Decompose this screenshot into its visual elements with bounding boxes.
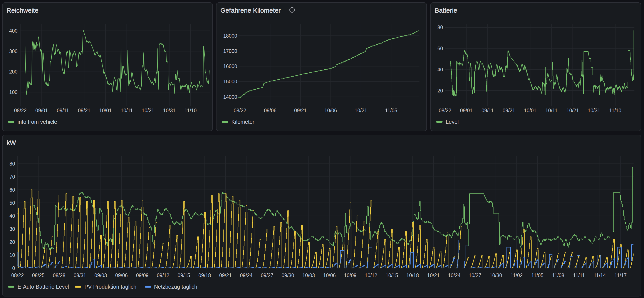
svg-text:11/08: 11/08 xyxy=(552,272,564,278)
svg-text:11/17: 11/17 xyxy=(614,272,626,278)
svg-text:10: 10 xyxy=(9,252,15,258)
svg-text:Gefahrene Kilometer: Gefahrene Kilometer xyxy=(220,7,281,14)
svg-text:08/22: 08/22 xyxy=(11,272,24,278)
svg-text:11/10: 11/10 xyxy=(609,108,621,113)
svg-text:10/11: 10/11 xyxy=(546,108,558,113)
svg-text:kW: kW xyxy=(6,139,16,146)
svg-text:09/15: 09/15 xyxy=(178,272,190,278)
svg-text:09/18: 09/18 xyxy=(198,272,211,278)
svg-text:10/03: 10/03 xyxy=(302,272,315,278)
svg-text:20: 20 xyxy=(437,88,443,94)
svg-text:10/21: 10/21 xyxy=(427,272,440,278)
svg-text:PV-Produktion täglich: PV-Produktion täglich xyxy=(84,284,136,290)
svg-text:10/21: 10/21 xyxy=(355,108,367,113)
svg-text:400: 400 xyxy=(9,28,18,34)
svg-text:10/15: 10/15 xyxy=(386,272,398,278)
svg-text:09/30: 09/30 xyxy=(282,272,294,278)
svg-text:30: 30 xyxy=(9,226,15,232)
svg-text:09/27: 09/27 xyxy=(261,272,274,278)
svg-text:10/11: 10/11 xyxy=(121,108,133,113)
svg-text:09/11: 09/11 xyxy=(57,108,69,113)
svg-text:11/05: 11/05 xyxy=(531,272,544,278)
svg-text:08/22: 08/22 xyxy=(14,108,27,113)
svg-text:08/28: 08/28 xyxy=(53,272,66,278)
svg-text:300: 300 xyxy=(9,48,18,54)
svg-text:11/05: 11/05 xyxy=(385,108,397,113)
svg-text:09/01: 09/01 xyxy=(36,108,48,113)
svg-text:11/10: 11/10 xyxy=(184,108,197,113)
svg-text:15000: 15000 xyxy=(223,79,237,84)
svg-text:08/25: 08/25 xyxy=(32,272,44,278)
svg-text:100: 100 xyxy=(9,90,18,95)
svg-text:20: 20 xyxy=(9,239,15,245)
svg-text:09/12: 09/12 xyxy=(157,272,170,278)
svg-text:08/22: 08/22 xyxy=(234,108,246,113)
svg-text:09/06: 09/06 xyxy=(264,108,276,113)
svg-text:09/21: 09/21 xyxy=(294,108,307,113)
svg-text:80: 80 xyxy=(437,24,443,30)
svg-text:10/01: 10/01 xyxy=(524,108,536,113)
svg-text:09/21: 09/21 xyxy=(502,108,515,113)
svg-text:17000: 17000 xyxy=(223,48,237,54)
svg-text:200: 200 xyxy=(9,69,18,74)
svg-text:60: 60 xyxy=(437,46,443,51)
svg-text:08/22: 08/22 xyxy=(439,108,452,113)
svg-text:10/01: 10/01 xyxy=(99,108,112,113)
svg-text:11/11: 11/11 xyxy=(573,272,585,278)
svg-text:09/21: 09/21 xyxy=(78,108,90,113)
svg-text:Kilometer: Kilometer xyxy=(232,119,254,125)
svg-text:40: 40 xyxy=(9,213,15,219)
svg-text:10/21: 10/21 xyxy=(566,108,579,113)
svg-text:16000: 16000 xyxy=(223,64,237,69)
svg-text:10/06: 10/06 xyxy=(323,272,336,278)
svg-text:10/06: 10/06 xyxy=(324,108,337,113)
svg-text:Batterie: Batterie xyxy=(435,7,457,14)
svg-text:10/30: 10/30 xyxy=(490,272,502,278)
svg-text:10/12: 10/12 xyxy=(365,272,378,278)
svg-text:80: 80 xyxy=(9,161,15,166)
svg-text:10/24: 10/24 xyxy=(448,272,460,278)
svg-text:Netzbezug täglich: Netzbezug täglich xyxy=(154,284,197,290)
svg-text:14000: 14000 xyxy=(223,94,237,100)
svg-text:10/31: 10/31 xyxy=(588,108,600,113)
svg-text:10/09: 10/09 xyxy=(344,272,356,278)
svg-text:11/14: 11/14 xyxy=(594,272,606,278)
svg-text:10/21: 10/21 xyxy=(142,108,154,113)
svg-text:10/18: 10/18 xyxy=(406,272,419,278)
svg-text:09/06: 09/06 xyxy=(115,272,128,278)
svg-text:70: 70 xyxy=(9,174,15,180)
svg-text:08/31: 08/31 xyxy=(74,272,86,278)
svg-text:09/09: 09/09 xyxy=(136,272,148,278)
svg-text:11/02: 11/02 xyxy=(510,272,522,278)
svg-text:60: 60 xyxy=(9,187,15,193)
svg-text:10/27: 10/27 xyxy=(469,272,482,278)
svg-text:50: 50 xyxy=(9,200,15,206)
svg-text:09/24: 09/24 xyxy=(240,272,252,278)
svg-text:Level: Level xyxy=(446,119,459,125)
svg-text:09/11: 09/11 xyxy=(482,108,494,113)
svg-text:18000: 18000 xyxy=(223,33,237,39)
svg-text:09/01: 09/01 xyxy=(460,108,473,113)
svg-text:Reichweite: Reichweite xyxy=(6,7,38,14)
svg-text:10/31: 10/31 xyxy=(163,108,176,113)
svg-text:0: 0 xyxy=(12,265,15,271)
svg-text:09/21: 09/21 xyxy=(219,272,232,278)
svg-text:info from vehicle: info from vehicle xyxy=(18,119,57,125)
svg-text:40: 40 xyxy=(437,67,443,72)
svg-text:09/03: 09/03 xyxy=(94,272,107,278)
svg-text:E-Auto Batterie Level: E-Auto Batterie Level xyxy=(18,284,69,290)
